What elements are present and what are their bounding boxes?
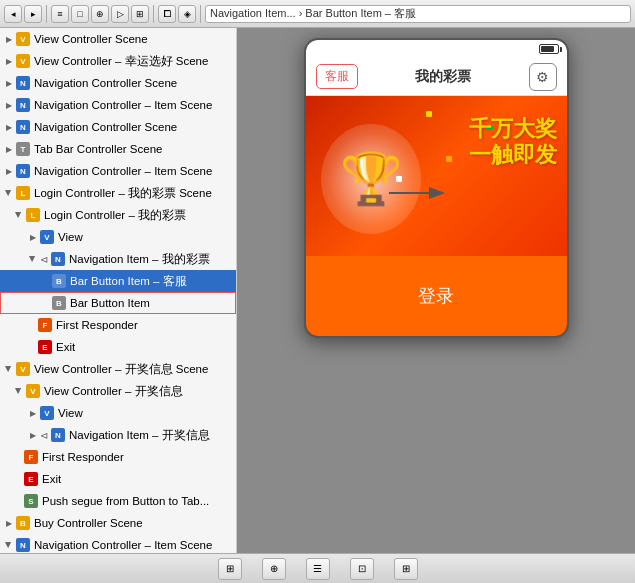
item-label: Navigation Controller – Item Scene [34,165,212,177]
scene-icon-yellow: V [16,54,30,68]
tree-item-nav-item-kaijang[interactable]: ▶ ⊲ N Navigation Item – 开奖信息 [0,424,236,446]
special-nav-icon: ⊲ [40,254,48,265]
bottom-btn-2[interactable]: ⊕ [262,558,286,580]
tree-item-bar-btn[interactable]: B Bar Button Item [0,292,236,314]
item-label: View Controller – 开奖信息 Scene [34,362,208,377]
bottom-btn-4[interactable]: ⊡ [350,558,374,580]
back-button[interactable]: ◂ [4,5,22,23]
scene-icon-blue: V [40,230,54,244]
tree-item-nav-item-1[interactable]: ▶ N Navigation Controller – Item Scene [0,94,236,116]
battery-icon [539,44,559,54]
tree-item-bar-btn-kefu[interactable]: B Bar Button Item – 客服 [0,270,236,292]
tool-btn-1[interactable]: ≡ [51,5,69,23]
phone-login-area[interactable]: 登录 [306,256,567,336]
special-nav-icon: ⊲ [40,430,48,441]
item-label: Navigation Controller Scene [34,121,177,133]
item-label: Login Controller – 我的彩票 [44,208,186,223]
tree-item-view-ctrl-scene[interactable]: ▶ V View Controller Scene [0,28,236,50]
item-label: Login Controller – 我的彩票 Scene [34,186,212,201]
scene-icon-green: S [24,494,38,508]
tree-item-first-responder-2[interactable]: F First Responder [0,446,236,468]
tree-item-view-kaijang-scene[interactable]: ▶ V View Controller – 开奖信息 Scene [0,358,236,380]
item-label: View Controller – 开奖信息 [44,384,183,399]
item-label: View Controller Scene [34,33,148,45]
tree-item-view-lucky[interactable]: ▶ V View Controller – 幸运选好 Scene [0,50,236,72]
bottom-btn-5[interactable]: ⊞ [394,558,418,580]
item-label: Navigation Item – 我的彩票 [69,252,210,267]
expand-arrow: ▶ [4,518,14,528]
tool-btn-3[interactable]: ⊕ [91,5,109,23]
left-panel: ▶ V View Controller Scene ▶ V View Contr… [0,28,237,553]
scene-icon-red: E [24,472,38,486]
bottom-btn-3[interactable]: ☰ [306,558,330,580]
scene-icon-blue: N [51,428,65,442]
bottom-toolbar: ⊞ ⊕ ☰ ⊡ ⊞ [0,553,635,583]
expand-arrow-open: ▶ [28,254,38,264]
separator-1 [46,5,47,23]
login-text: 登录 [418,284,454,308]
expand-arrow-open: ▶ [4,364,14,374]
tree-item-nav-item-2[interactable]: ▶ N Navigation Controller – Item Scene [0,160,236,182]
item-label: View [58,407,83,419]
confetti-1 [426,111,432,117]
tree-item-exit-2[interactable]: E Exit [0,468,236,490]
expand-arrow: ▶ [4,122,14,132]
breadcrumb: Navigation Item... › Bar Button Item – 客… [205,5,631,23]
scene-icon-yellow: L [26,208,40,222]
tool-btn-2[interactable]: □ [71,5,89,23]
expand-arrow-open: ▶ [14,210,24,220]
tree-item-exit-1[interactable]: E Exit [0,336,236,358]
tree-item-push-segue[interactable]: S Push segue from Button to Tab... [0,490,236,512]
expand-arrow: ▶ [28,232,38,242]
connector-arrow [389,173,449,213]
tree-item-buy-ctrl-scene[interactable]: ▶ B Buy Controller Scene [0,512,236,534]
scene-icon-blue: N [16,538,30,552]
item-label: View [58,231,83,243]
tree-item-tab-bar[interactable]: ▶ T Tab Bar Controller Scene [0,138,236,160]
phone-navbar: 客服 我的彩票 ⚙ [306,58,567,96]
tree-item-first-responder-1[interactable]: F First Responder [0,314,236,336]
main-area: ▶ V View Controller Scene ▶ V View Contr… [0,28,635,553]
tree-item-view-kaijang[interactable]: ▶ V View Controller – 开奖信息 [0,380,236,402]
bottom-btn-1[interactable]: ⊞ [218,558,242,580]
scene-icon-yellow: V [16,362,30,376]
expand-arrow: ▶ [28,430,38,440]
expand-arrow: ▶ [4,100,14,110]
tool-btn-4[interactable]: ▷ [111,5,129,23]
separator-2 [153,5,154,23]
banner-line1: 千万大奖 [469,116,557,142]
item-label: Bar Button Item – 客服 [70,274,187,289]
tree-item-nav-item-mycaipiao[interactable]: ▶ ⊲ N Navigation Item – 我的彩票 [0,248,236,270]
tree-item-nav-ctrl-1[interactable]: ▶ N Navigation Controller Scene [0,72,236,94]
separator-3 [200,5,201,23]
scene-icon-yellow: V [16,32,30,46]
scene-icon-red: E [38,340,52,354]
scene-icon-orange: F [38,318,52,332]
tree-item-login-ctrl[interactable]: ▶ L Login Controller – 我的彩票 [0,204,236,226]
nav-left-button[interactable]: 客服 [316,64,358,89]
item-label: View Controller – 幸运选好 Scene [34,54,208,69]
item-label: Buy Controller Scene [34,517,143,529]
tool-btn-6[interactable]: ⧠ [158,5,176,23]
scene-icon-blue: N [16,164,30,178]
tree-item-login-scene[interactable]: ▶ L Login Controller – 我的彩票 Scene [0,182,236,204]
scene-icon-yellow: B [16,516,30,530]
tree-item-view-2[interactable]: ▶ V View [0,402,236,424]
tree-item-view-1[interactable]: ▶ V View [0,226,236,248]
scene-icon-yellow: L [16,186,30,200]
breadcrumb-text: Navigation Item... › Bar Button Item – 客… [210,6,416,21]
item-label: Navigation Controller – Item Scene [34,539,212,551]
right-panel: 客服 我的彩票 ⚙ 🏆 千万大奖 一触即发 [237,28,635,553]
banner-text: 千万大奖 一触即发 [469,116,557,169]
scene-icon-bar-btn: B [52,274,66,288]
tree-item-nav-ctrl-2[interactable]: ▶ N Navigation Controller Scene [0,116,236,138]
scene-icon-blue: N [51,252,65,266]
forward-button[interactable]: ▸ [24,5,42,23]
scene-icon-blue: N [16,120,30,134]
nav-right-button[interactable]: ⚙ [529,63,557,91]
tree-item-nav-ctrl-item-3[interactable]: ▶ N Navigation Controller – Item Scene [0,534,236,553]
expand-arrow: ▶ [4,166,14,176]
tool-btn-5[interactable]: ⊞ [131,5,149,23]
item-label: Navigation Controller – Item Scene [34,99,212,111]
tool-btn-7[interactable]: ◈ [178,5,196,23]
